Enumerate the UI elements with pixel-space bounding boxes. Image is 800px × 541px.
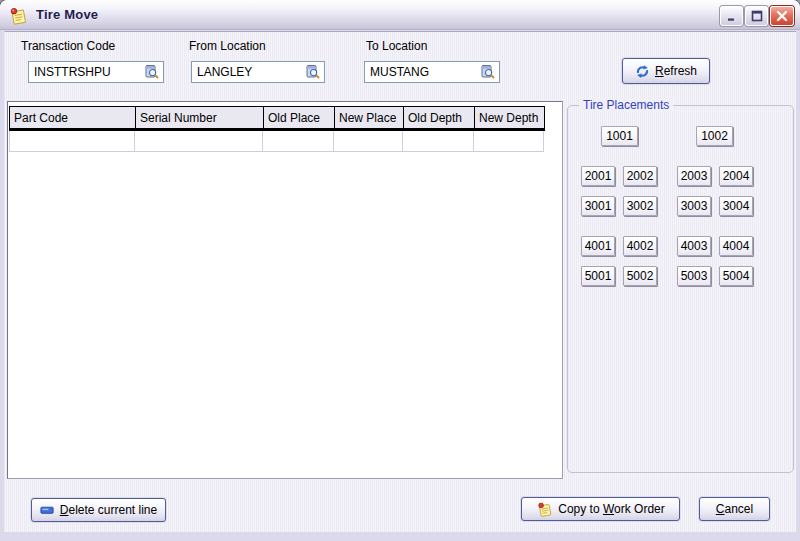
label-post: efresh <box>664 64 697 78</box>
minimize-button[interactable] <box>720 6 743 26</box>
tire-position-4002[interactable]: 4002 <box>623 236 657 256</box>
close-icon <box>776 10 788 22</box>
to-location-lookup-button[interactable] <box>479 64 497 80</box>
refresh-icon <box>635 64 650 79</box>
tire-position-1001[interactable]: 1001 <box>601 126 638 146</box>
tire-position-4001[interactable]: 4001 <box>581 236 615 256</box>
grid-cell[interactable] <box>403 131 474 152</box>
minimize-icon <box>726 10 738 22</box>
row-icon <box>40 506 55 515</box>
label-pre: Copy to <box>558 502 603 516</box>
close-button[interactable] <box>770 6 794 26</box>
note-icon <box>536 501 553 518</box>
tire-position-2003[interactable]: 2003 <box>677 166 711 186</box>
lookup-icon <box>480 64 497 80</box>
transaction-code-label: Transaction Code <box>21 39 115 53</box>
window-title: Tire Move <box>36 7 98 22</box>
refresh-button[interactable]: Refresh <box>622 58 710 84</box>
tire-position-3001[interactable]: 3001 <box>581 196 615 216</box>
column-header-new-depth: New Depth <box>474 106 545 129</box>
from-location-label: From Location <box>189 39 266 53</box>
refresh-button-label: Refresh <box>655 64 697 78</box>
delete-current-line-button[interactable]: Delete current line <box>31 498 166 522</box>
tire-position-3003[interactable]: 3003 <box>677 196 711 216</box>
grid-cell[interactable] <box>334 131 403 152</box>
grid-header-row: Part Code Serial Number Old Place New Pl… <box>9 106 545 131</box>
label-post: ork Order <box>614 502 665 516</box>
tire-move-window: Tire Move Transaction Code From Location… <box>0 0 800 541</box>
note-icon <box>8 6 28 26</box>
column-header-part-code: Part Code <box>9 106 136 129</box>
tire-position-3004[interactable]: 3004 <box>719 196 753 216</box>
from-location-field-box <box>191 61 325 83</box>
transaction-code-field-box <box>28 61 164 83</box>
tire-position-4003[interactable]: 4003 <box>677 236 711 256</box>
cancel-button[interactable]: Cancel <box>699 497 770 521</box>
titlebar: Tire Move <box>0 0 800 30</box>
tire-position-5002[interactable]: 5002 <box>623 266 657 286</box>
label-accel: R <box>655 64 664 78</box>
label-accel: W <box>603 502 614 516</box>
column-header-serial-number: Serial Number <box>135 106 264 129</box>
to-location-input[interactable] <box>366 63 478 81</box>
tire-position-2001[interactable]: 2001 <box>581 166 615 186</box>
tire-position-2002[interactable]: 2002 <box>623 166 657 186</box>
delete-button-label: Delete current line <box>60 503 157 517</box>
tire-position-3002[interactable]: 3002 <box>623 196 657 216</box>
column-header-old-place: Old Place <box>263 106 335 129</box>
tire-move-grid[interactable]: Part Code Serial Number Old Place New Pl… <box>7 101 563 479</box>
from-location-lookup-button[interactable] <box>304 64 322 80</box>
grid-cell[interactable] <box>263 131 334 152</box>
tire-position-5004[interactable]: 5004 <box>719 266 753 286</box>
label-post: ancel <box>724 502 753 516</box>
empty-grid-row[interactable] <box>9 131 544 152</box>
to-location-label: To Location <box>366 39 427 53</box>
tire-placements-groupbox: Tire Placements 1001 1002 2001 2002 2003… <box>567 105 794 473</box>
maximize-icon <box>751 10 763 22</box>
grid-cell[interactable] <box>474 131 544 152</box>
grid-cell[interactable] <box>9 131 135 152</box>
cancel-button-label: Cancel <box>716 502 753 516</box>
label-post: elete current line <box>68 503 157 517</box>
grid-cell[interactable] <box>135 131 263 152</box>
column-header-old-depth: Old Depth <box>403 106 475 129</box>
transaction-code-input[interactable] <box>30 63 142 81</box>
tire-position-2004[interactable]: 2004 <box>719 166 753 186</box>
copy-button-label: Copy to Work Order <box>558 502 665 516</box>
dialog-body: Transaction Code From Location To Locati… <box>4 31 796 532</box>
tire-placements-title: Tire Placements <box>579 98 673 112</box>
tire-position-1002[interactable]: 1002 <box>696 126 733 146</box>
to-location-field-box <box>364 61 500 83</box>
transaction-code-lookup-button[interactable] <box>143 64 161 80</box>
maximize-button[interactable] <box>745 6 768 26</box>
lookup-icon <box>144 64 161 80</box>
column-header-new-place: New Place <box>334 106 404 129</box>
copy-to-work-order-button[interactable]: Copy to Work Order <box>521 497 680 521</box>
tire-position-4004[interactable]: 4004 <box>719 236 753 256</box>
lookup-icon <box>305 64 322 80</box>
tire-position-5001[interactable]: 5001 <box>581 266 615 286</box>
tire-position-5003[interactable]: 5003 <box>677 266 711 286</box>
from-location-input[interactable] <box>193 63 303 81</box>
